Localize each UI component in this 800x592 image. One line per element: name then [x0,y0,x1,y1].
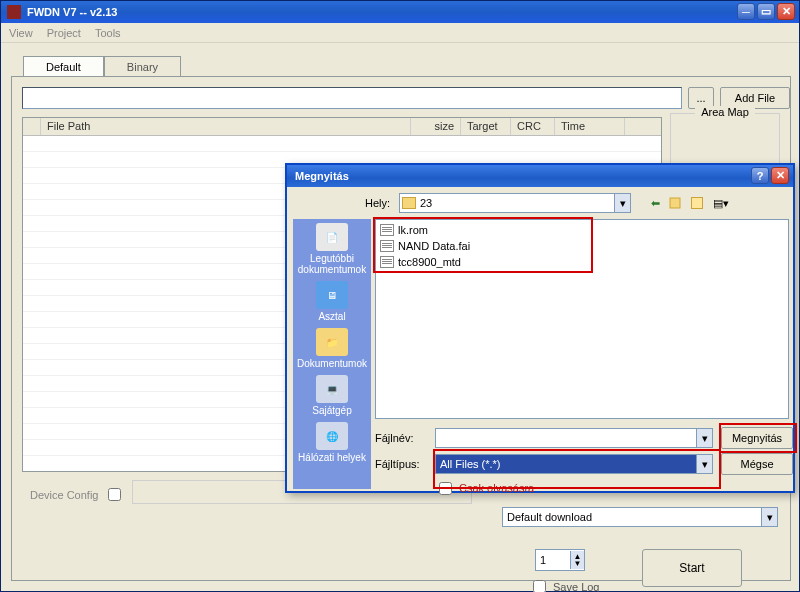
filetype-label: Fájltípus: [375,458,427,470]
file-icon [380,256,394,268]
tab-binary[interactable]: Binary [104,56,181,77]
device-config-checkbox[interactable] [108,488,121,501]
place-recent[interactable]: 📄 Legutóbbi dokumentumok [293,223,371,275]
download-type-value: Default download [507,511,592,523]
close-button[interactable]: ✕ [777,3,795,20]
tabs: Default Binary [23,56,181,77]
start-button[interactable]: Start [642,549,742,587]
cancel-button[interactable]: Mégse [721,453,793,475]
minimize-button[interactable]: ─ [737,3,755,20]
tab-default[interactable]: Default [23,56,104,77]
download-type-dropdown[interactable]: Default download ▾ [502,507,778,527]
menu-view[interactable]: View [9,27,33,39]
place-desktop[interactable]: 🖥 Asztal [293,281,371,322]
th-blank[interactable] [23,118,41,135]
th-target[interactable]: Target [461,118,511,135]
place-network[interactable]: 🌐 Hálózati helyek [293,422,371,463]
th-size[interactable]: size [411,118,461,135]
file-list[interactable]: lk.rom NAND Data.fai tcc8900_mtd [375,219,789,419]
newfolder-icon[interactable] [691,195,707,211]
chevron-down-icon: ▾ [614,194,630,212]
chevron-down-icon: ▾ [696,429,712,447]
device-config-row: Device Config [30,485,124,504]
filepath-input[interactable] [22,87,682,109]
documents-icon: 📁 [316,328,348,356]
network-icon: 🌐 [316,422,348,450]
menu-tools[interactable]: Tools [95,27,121,39]
filetype-dropdown[interactable]: All Files (*.*) ▾ [435,454,713,474]
file-icon [380,224,394,236]
th-crc[interactable]: CRC [511,118,555,135]
place-network-label: Hálózati helyek [298,452,366,463]
place-recent-label: Legutóbbi dokumentumok [298,253,366,275]
back-icon[interactable]: ⬅ [647,195,663,211]
place-desktop-label: Asztal [318,311,345,322]
dialog-title: Megnyitás [295,170,349,182]
th-time[interactable]: Time [555,118,625,135]
app-icon [7,5,21,19]
spinner-arrows-icon[interactable]: ▲▼ [570,551,584,569]
file-icon [380,240,394,252]
hely-value: 23 [420,197,432,209]
file-name: tcc8900_mtd [398,256,461,268]
window-title: FWDN V7 -- v2.13 [27,6,117,18]
hely-label: Hely: [365,197,393,209]
table-header-row: File Path size Target CRC Time [23,118,661,136]
file-name: NAND Data.fai [398,240,470,252]
savelog-checkbox[interactable] [533,580,546,592]
dialog-close-button[interactable]: ✕ [771,167,789,184]
desktop-icon: 🖥 [316,281,348,309]
savelog-label: Save Log [553,581,599,593]
titlebar: FWDN V7 -- v2.13 ─ ▭ ✕ [1,1,799,23]
th-filepath[interactable]: File Path [41,118,411,135]
file-row[interactable]: NAND Data.fai [378,238,786,254]
place-mycomputer-label: Sajátgép [312,405,351,416]
device-config-label: Device Config [30,489,98,501]
file-name: lk.rom [398,224,428,236]
folder-icon [402,197,416,209]
count-spinner[interactable]: 1 ▲▼ [535,549,585,571]
recent-icon: 📄 [316,223,348,251]
readonly-label: Csak olvasásra [459,482,534,494]
maximize-button[interactable]: ▭ [757,3,775,20]
readonly-checkbox[interactable] [439,482,452,495]
dialog-titlebar: Megnyitás ? ✕ [287,165,793,187]
file-row[interactable]: tcc8900_mtd [378,254,786,270]
open-file-dialog: Megnyitás ? ✕ Hely: 23 ▾ ⬅ ▤▾ 📄 Legutób [285,163,795,493]
place-documents[interactable]: 📁 Dokumentumok [293,328,371,369]
place-mycomputer[interactable]: 💻 Sajátgép [293,375,371,416]
hely-dropdown[interactable]: 23 ▾ [399,193,631,213]
menu-project[interactable]: Project [47,27,81,39]
area-map-title: Area Map [695,106,755,118]
filename-input[interactable]: ▾ [435,428,713,448]
chevron-down-icon: ▾ [696,455,712,473]
mycomputer-icon: 💻 [316,375,348,403]
place-documents-label: Dokumentumok [297,358,367,369]
chevron-down-icon: ▾ [761,508,777,526]
filename-label: Fájlnév: [375,432,427,444]
count-value: 1 [540,554,546,566]
dialog-help-button[interactable]: ? [751,167,769,184]
up-icon[interactable] [669,195,685,211]
open-button[interactable]: Megnyitás [721,427,793,449]
views-icon[interactable]: ▤▾ [713,195,729,211]
file-row[interactable]: lk.rom [378,222,786,238]
places-bar: 📄 Legutóbbi dokumentumok 🖥 Asztal 📁 Doku… [293,219,371,489]
filetype-value: All Files (*.*) [440,458,501,470]
menubar: View Project Tools [1,23,799,43]
